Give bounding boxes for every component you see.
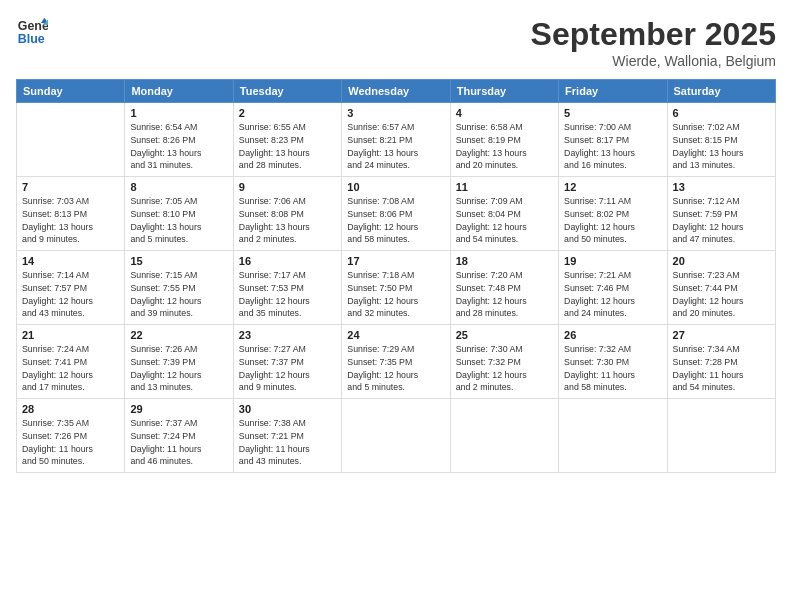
weekday-header-tuesday: Tuesday (233, 80, 341, 103)
day-number: 3 (347, 107, 444, 119)
weekday-header-saturday: Saturday (667, 80, 775, 103)
location-subtitle: Wierde, Wallonia, Belgium (531, 53, 776, 69)
calendar-cell: 16Sunrise: 7:17 AM Sunset: 7:53 PM Dayli… (233, 251, 341, 325)
day-info: Sunrise: 7:24 AM Sunset: 7:41 PM Dayligh… (22, 343, 119, 394)
day-number: 29 (130, 403, 227, 415)
calendar-cell: 3Sunrise: 6:57 AM Sunset: 8:21 PM Daylig… (342, 103, 450, 177)
day-info: Sunrise: 7:21 AM Sunset: 7:46 PM Dayligh… (564, 269, 661, 320)
logo-icon: General Blue (16, 16, 48, 48)
weekday-header-monday: Monday (125, 80, 233, 103)
day-info: Sunrise: 7:17 AM Sunset: 7:53 PM Dayligh… (239, 269, 336, 320)
day-number: 30 (239, 403, 336, 415)
day-number: 10 (347, 181, 444, 193)
day-number: 4 (456, 107, 553, 119)
calendar-cell: 12Sunrise: 7:11 AM Sunset: 8:02 PM Dayli… (559, 177, 667, 251)
calendar-cell (559, 399, 667, 473)
day-number: 23 (239, 329, 336, 341)
calendar-cell (342, 399, 450, 473)
day-number: 11 (456, 181, 553, 193)
day-number: 22 (130, 329, 227, 341)
calendar-cell (667, 399, 775, 473)
calendar-cell: 19Sunrise: 7:21 AM Sunset: 7:46 PM Dayli… (559, 251, 667, 325)
calendar-cell: 7Sunrise: 7:03 AM Sunset: 8:13 PM Daylig… (17, 177, 125, 251)
day-number: 14 (22, 255, 119, 267)
day-info: Sunrise: 7:02 AM Sunset: 8:15 PM Dayligh… (673, 121, 770, 172)
day-info: Sunrise: 6:58 AM Sunset: 8:19 PM Dayligh… (456, 121, 553, 172)
calendar-cell: 9Sunrise: 7:06 AM Sunset: 8:08 PM Daylig… (233, 177, 341, 251)
day-info: Sunrise: 6:55 AM Sunset: 8:23 PM Dayligh… (239, 121, 336, 172)
day-number: 16 (239, 255, 336, 267)
day-info: Sunrise: 7:09 AM Sunset: 8:04 PM Dayligh… (456, 195, 553, 246)
day-info: Sunrise: 7:37 AM Sunset: 7:24 PM Dayligh… (130, 417, 227, 468)
day-info: Sunrise: 7:14 AM Sunset: 7:57 PM Dayligh… (22, 269, 119, 320)
day-info: Sunrise: 7:26 AM Sunset: 7:39 PM Dayligh… (130, 343, 227, 394)
weekday-header-sunday: Sunday (17, 80, 125, 103)
day-number: 1 (130, 107, 227, 119)
calendar-cell: 6Sunrise: 7:02 AM Sunset: 8:15 PM Daylig… (667, 103, 775, 177)
calendar-cell: 1Sunrise: 6:54 AM Sunset: 8:26 PM Daylig… (125, 103, 233, 177)
day-info: Sunrise: 7:12 AM Sunset: 7:59 PM Dayligh… (673, 195, 770, 246)
calendar-cell: 15Sunrise: 7:15 AM Sunset: 7:55 PM Dayli… (125, 251, 233, 325)
day-number: 17 (347, 255, 444, 267)
day-info: Sunrise: 7:00 AM Sunset: 8:17 PM Dayligh… (564, 121, 661, 172)
calendar-cell: 30Sunrise: 7:38 AM Sunset: 7:21 PM Dayli… (233, 399, 341, 473)
calendar-cell: 5Sunrise: 7:00 AM Sunset: 8:17 PM Daylig… (559, 103, 667, 177)
day-info: Sunrise: 7:06 AM Sunset: 8:08 PM Dayligh… (239, 195, 336, 246)
month-title: September 2025 (531, 16, 776, 53)
calendar-cell: 20Sunrise: 7:23 AM Sunset: 7:44 PM Dayli… (667, 251, 775, 325)
day-info: Sunrise: 7:15 AM Sunset: 7:55 PM Dayligh… (130, 269, 227, 320)
day-number: 12 (564, 181, 661, 193)
day-info: Sunrise: 7:38 AM Sunset: 7:21 PM Dayligh… (239, 417, 336, 468)
day-number: 27 (673, 329, 770, 341)
day-number: 21 (22, 329, 119, 341)
calendar-cell: 4Sunrise: 6:58 AM Sunset: 8:19 PM Daylig… (450, 103, 558, 177)
day-info: Sunrise: 7:03 AM Sunset: 8:13 PM Dayligh… (22, 195, 119, 246)
day-info: Sunrise: 7:08 AM Sunset: 8:06 PM Dayligh… (347, 195, 444, 246)
day-number: 8 (130, 181, 227, 193)
calendar-cell: 28Sunrise: 7:35 AM Sunset: 7:26 PM Dayli… (17, 399, 125, 473)
weekday-header-wednesday: Wednesday (342, 80, 450, 103)
weekday-header-thursday: Thursday (450, 80, 558, 103)
calendar-cell: 17Sunrise: 7:18 AM Sunset: 7:50 PM Dayli… (342, 251, 450, 325)
day-number: 13 (673, 181, 770, 193)
day-info: Sunrise: 6:57 AM Sunset: 8:21 PM Dayligh… (347, 121, 444, 172)
day-number: 20 (673, 255, 770, 267)
day-info: Sunrise: 7:32 AM Sunset: 7:30 PM Dayligh… (564, 343, 661, 394)
day-number: 6 (673, 107, 770, 119)
calendar-cell: 23Sunrise: 7:27 AM Sunset: 7:37 PM Dayli… (233, 325, 341, 399)
day-number: 2 (239, 107, 336, 119)
day-info: Sunrise: 7:05 AM Sunset: 8:10 PM Dayligh… (130, 195, 227, 246)
calendar-cell: 18Sunrise: 7:20 AM Sunset: 7:48 PM Dayli… (450, 251, 558, 325)
svg-text:Blue: Blue (18, 32, 45, 46)
calendar-cell (450, 399, 558, 473)
day-info: Sunrise: 7:30 AM Sunset: 7:32 PM Dayligh… (456, 343, 553, 394)
calendar-cell: 26Sunrise: 7:32 AM Sunset: 7:30 PM Dayli… (559, 325, 667, 399)
day-number: 5 (564, 107, 661, 119)
calendar-cell: 14Sunrise: 7:14 AM Sunset: 7:57 PM Dayli… (17, 251, 125, 325)
calendar-cell (17, 103, 125, 177)
day-number: 7 (22, 181, 119, 193)
calendar-cell: 25Sunrise: 7:30 AM Sunset: 7:32 PM Dayli… (450, 325, 558, 399)
day-info: Sunrise: 7:18 AM Sunset: 7:50 PM Dayligh… (347, 269, 444, 320)
day-number: 26 (564, 329, 661, 341)
day-number: 24 (347, 329, 444, 341)
calendar-cell: 8Sunrise: 7:05 AM Sunset: 8:10 PM Daylig… (125, 177, 233, 251)
day-info: Sunrise: 7:11 AM Sunset: 8:02 PM Dayligh… (564, 195, 661, 246)
day-info: Sunrise: 7:27 AM Sunset: 7:37 PM Dayligh… (239, 343, 336, 394)
day-number: 28 (22, 403, 119, 415)
day-info: Sunrise: 7:34 AM Sunset: 7:28 PM Dayligh… (673, 343, 770, 394)
calendar: SundayMondayTuesdayWednesdayThursdayFrid… (16, 79, 776, 473)
calendar-cell: 22Sunrise: 7:26 AM Sunset: 7:39 PM Dayli… (125, 325, 233, 399)
calendar-cell: 13Sunrise: 7:12 AM Sunset: 7:59 PM Dayli… (667, 177, 775, 251)
calendar-cell: 11Sunrise: 7:09 AM Sunset: 8:04 PM Dayli… (450, 177, 558, 251)
day-number: 18 (456, 255, 553, 267)
day-info: Sunrise: 7:35 AM Sunset: 7:26 PM Dayligh… (22, 417, 119, 468)
calendar-cell: 21Sunrise: 7:24 AM Sunset: 7:41 PM Dayli… (17, 325, 125, 399)
calendar-cell: 27Sunrise: 7:34 AM Sunset: 7:28 PM Dayli… (667, 325, 775, 399)
title-block: September 2025 Wierde, Wallonia, Belgium (531, 16, 776, 69)
day-info: Sunrise: 7:20 AM Sunset: 7:48 PM Dayligh… (456, 269, 553, 320)
calendar-cell: 29Sunrise: 7:37 AM Sunset: 7:24 PM Dayli… (125, 399, 233, 473)
weekday-header-friday: Friday (559, 80, 667, 103)
day-number: 15 (130, 255, 227, 267)
day-info: Sunrise: 7:29 AM Sunset: 7:35 PM Dayligh… (347, 343, 444, 394)
